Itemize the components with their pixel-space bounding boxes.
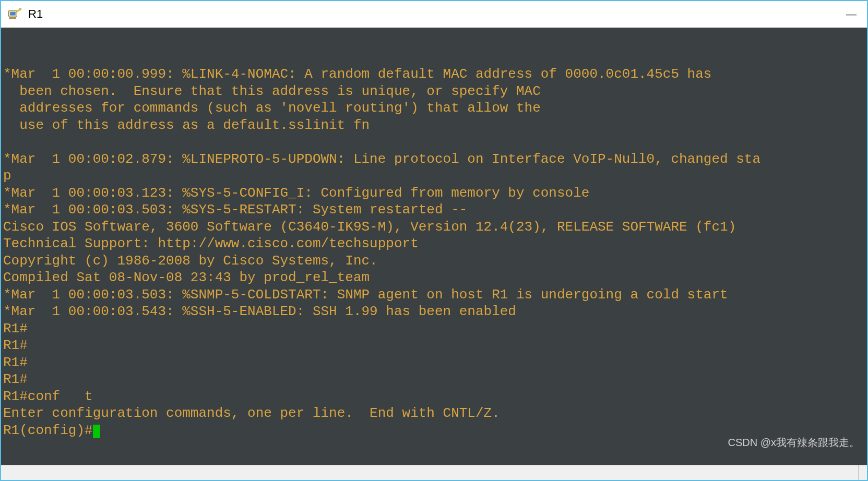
window-title: R1 bbox=[28, 7, 43, 21]
terminal-cursor bbox=[93, 425, 100, 438]
status-separator bbox=[858, 465, 859, 480]
status-bar bbox=[1, 465, 867, 480]
app-icon bbox=[6, 6, 23, 22]
terminal-prompt: R1(config)# bbox=[3, 423, 93, 438]
svg-rect-1 bbox=[10, 12, 16, 16]
title-bar[interactable]: R1 — bbox=[1, 1, 867, 28]
svg-rect-3 bbox=[9, 17, 16, 19]
minimize-button[interactable]: — bbox=[841, 6, 862, 22]
watermark-text: CSDN @x我有辣条跟我走。 bbox=[728, 436, 860, 449]
svg-point-2 bbox=[19, 8, 21, 10]
window-controls: — bbox=[841, 1, 862, 27]
terminal-lines: *Mar 1 00:00:00.999: %LINK-4-NOMAC: A ra… bbox=[3, 66, 760, 421]
putty-window: R1 — *Mar 1 00:00:00.999: %LINK-4-NOMAC:… bbox=[0, 0, 868, 481]
terminal-output[interactable]: *Mar 1 00:00:00.999: %LINK-4-NOMAC: A ra… bbox=[1, 28, 867, 465]
